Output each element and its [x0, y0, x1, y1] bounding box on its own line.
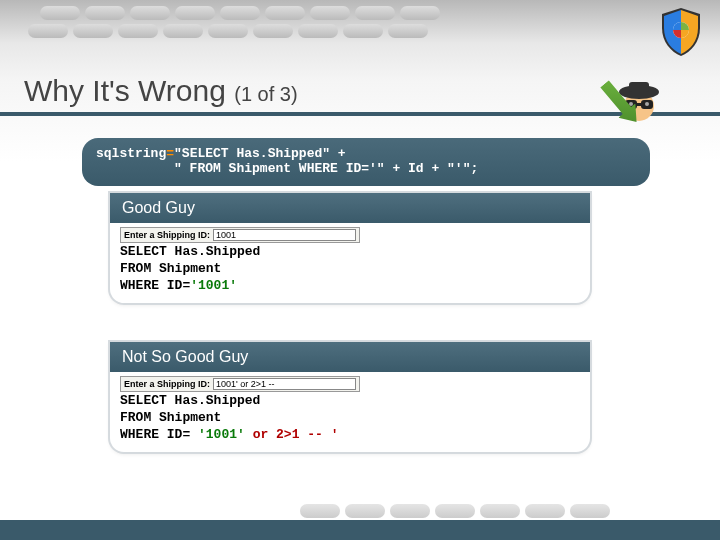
bad-sql-output: SELECT Has.Shipped FROM Shipment WHERE I…	[120, 393, 580, 444]
code-str1: "SELECT Has.Shipped" +	[174, 146, 346, 161]
good-sql-l3a: WHERE ID=	[120, 278, 190, 293]
good-guy-panel: Good Guy Enter a Shipping ID: SELECT Has…	[110, 193, 590, 303]
good-sql-injected-value: '1001'	[190, 278, 237, 293]
good-shipping-id-input[interactable]	[213, 229, 356, 241]
good-input-row: Enter a Shipping ID:	[120, 227, 360, 243]
decorative-dots-top	[40, 6, 440, 20]
good-guy-header: Good Guy	[110, 193, 590, 223]
bad-sql-injected-literal: '1001'	[198, 427, 245, 442]
equals-operator: =	[166, 146, 174, 161]
code-var: sqlstring	[96, 146, 166, 161]
svg-rect-3	[629, 82, 649, 92]
code-str2: " FROM Shipment WHERE ID='" + Id + "'";	[96, 161, 478, 176]
bad-sql-l1: SELECT Has.Shipped	[120, 393, 260, 408]
footer-bar	[0, 520, 720, 540]
svg-point-8	[645, 102, 649, 106]
shield-logo-icon	[654, 4, 708, 58]
bad-sql-l3a: WHERE ID=	[120, 427, 198, 442]
bad-input-label: Enter a Shipping ID:	[124, 379, 210, 389]
bad-sql-l2: FROM Shipment	[120, 410, 221, 425]
title-pager: (1 of 3)	[234, 83, 297, 105]
good-sql-l2: FROM Shipment	[120, 261, 221, 276]
slide-title: Why It's Wrong (1 of 3)	[24, 74, 298, 108]
good-sql-output: SELECT Has.Shipped FROM Shipment WHERE I…	[120, 244, 580, 295]
title-underline	[0, 112, 720, 116]
vulnerable-code-block: sqlstring="SELECT Has.Shipped" + " FROM …	[82, 138, 650, 186]
bad-sql-injection-payload: or 2>1 -- '	[245, 427, 339, 442]
bad-guy-header: Not So Good Guy	[110, 342, 590, 372]
decorative-dots-bottom	[300, 504, 610, 518]
svg-rect-6	[637, 103, 641, 106]
bad-input-row: Enter a Shipping ID:	[120, 376, 360, 392]
bad-shipping-id-input[interactable]	[213, 378, 356, 390]
bad-guy-panel: Not So Good Guy Enter a Shipping ID: SEL…	[110, 342, 590, 452]
good-sql-l1: SELECT Has.Shipped	[120, 244, 260, 259]
title-main: Why It's Wrong	[24, 74, 234, 107]
good-input-label: Enter a Shipping ID:	[124, 230, 210, 240]
